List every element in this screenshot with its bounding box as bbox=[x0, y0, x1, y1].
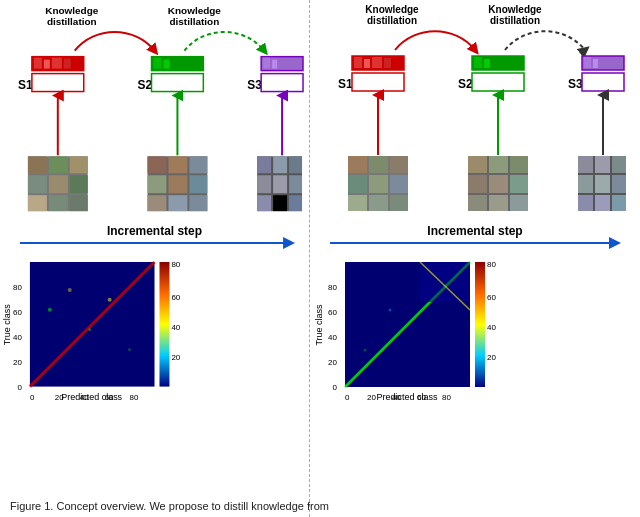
svg-rect-122 bbox=[510, 175, 528, 193]
svg-rect-53 bbox=[273, 195, 287, 211]
svg-rect-132 bbox=[612, 175, 626, 193]
left-panel: Knowledge distillation Knowledge distill… bbox=[0, 0, 310, 517]
svg-rect-98 bbox=[472, 73, 524, 91]
svg-text:Knowledge: Knowledge bbox=[488, 4, 542, 15]
svg-text:40: 40 bbox=[13, 333, 22, 342]
svg-rect-26 bbox=[28, 156, 47, 173]
svg-rect-48 bbox=[289, 156, 302, 173]
svg-line-141 bbox=[420, 262, 470, 310]
svg-rect-38 bbox=[189, 156, 207, 173]
svg-rect-37 bbox=[168, 156, 187, 173]
svg-text:True class: True class bbox=[2, 304, 12, 346]
svg-point-143 bbox=[389, 309, 392, 312]
svg-rect-14 bbox=[154, 58, 162, 69]
svg-rect-46 bbox=[257, 156, 271, 173]
svg-rect-86 bbox=[352, 56, 404, 70]
svg-rect-120 bbox=[468, 175, 487, 193]
svg-rect-119 bbox=[510, 156, 528, 173]
svg-rect-25 bbox=[28, 156, 88, 211]
svg-rect-156 bbox=[475, 262, 485, 387]
svg-text:S1: S1 bbox=[18, 78, 33, 92]
svg-rect-43 bbox=[168, 195, 187, 211]
svg-rect-140 bbox=[420, 262, 470, 302]
svg-rect-21 bbox=[263, 58, 270, 69]
svg-rect-52 bbox=[257, 195, 271, 211]
svg-rect-35 bbox=[148, 156, 208, 211]
svg-rect-118 bbox=[489, 156, 508, 173]
svg-rect-9 bbox=[64, 59, 71, 69]
svg-rect-106 bbox=[348, 156, 408, 211]
svg-rect-101 bbox=[582, 56, 624, 70]
svg-text:80: 80 bbox=[171, 260, 180, 269]
svg-text:60: 60 bbox=[417, 393, 426, 402]
svg-text:60: 60 bbox=[105, 393, 114, 402]
svg-rect-107 bbox=[348, 156, 367, 173]
svg-rect-108 bbox=[369, 156, 388, 173]
svg-text:distillation: distillation bbox=[367, 15, 417, 26]
svg-rect-135 bbox=[612, 195, 626, 211]
svg-text:60: 60 bbox=[487, 293, 496, 302]
svg-rect-124 bbox=[489, 195, 508, 211]
svg-rect-110 bbox=[348, 175, 367, 193]
svg-line-58 bbox=[30, 262, 155, 387]
svg-text:0: 0 bbox=[17, 383, 22, 392]
svg-text:60: 60 bbox=[13, 308, 22, 317]
svg-text:S2: S2 bbox=[138, 78, 153, 92]
svg-text:Knowledge: Knowledge bbox=[365, 4, 419, 15]
svg-rect-104 bbox=[582, 73, 624, 91]
svg-rect-28 bbox=[70, 156, 88, 173]
svg-rect-51 bbox=[289, 175, 302, 193]
svg-rect-27 bbox=[49, 156, 68, 173]
svg-rect-123 bbox=[468, 195, 487, 211]
svg-rect-40 bbox=[168, 175, 187, 193]
svg-rect-125 bbox=[510, 195, 528, 211]
svg-rect-90 bbox=[384, 58, 391, 68]
svg-text:20: 20 bbox=[487, 353, 496, 362]
svg-text:Predicted class: Predicted class bbox=[61, 392, 122, 402]
svg-rect-49 bbox=[257, 175, 271, 193]
svg-rect-13 bbox=[152, 57, 204, 71]
svg-rect-8 bbox=[52, 58, 62, 69]
right-diagram-svg: Knowledge distillation Knowledge distill… bbox=[310, 0, 640, 517]
svg-text:20: 20 bbox=[171, 353, 180, 362]
svg-rect-17 bbox=[152, 74, 204, 92]
svg-text:distillation: distillation bbox=[169, 16, 219, 27]
svg-rect-102 bbox=[584, 57, 591, 68]
svg-rect-103 bbox=[593, 59, 598, 68]
svg-text:Knowledge: Knowledge bbox=[45, 5, 99, 16]
main-container: Knowledge distillation Knowledge distill… bbox=[0, 0, 640, 517]
svg-rect-33 bbox=[49, 195, 68, 211]
svg-point-142 bbox=[364, 349, 367, 352]
svg-rect-114 bbox=[369, 195, 388, 211]
svg-rect-133 bbox=[578, 195, 593, 211]
svg-text:60: 60 bbox=[171, 293, 180, 302]
svg-rect-36 bbox=[148, 156, 167, 173]
svg-line-139 bbox=[345, 262, 470, 387]
svg-rect-128 bbox=[595, 156, 610, 173]
svg-text:Predicted class: Predicted class bbox=[376, 392, 438, 402]
svg-rect-112 bbox=[390, 175, 408, 193]
svg-point-63 bbox=[128, 348, 131, 351]
svg-rect-96 bbox=[484, 59, 490, 68]
svg-rect-97 bbox=[492, 57, 502, 68]
svg-rect-50 bbox=[273, 175, 287, 193]
svg-rect-129 bbox=[612, 156, 626, 173]
svg-rect-130 bbox=[578, 175, 593, 193]
svg-rect-109 bbox=[390, 156, 408, 173]
svg-rect-121 bbox=[489, 175, 508, 193]
svg-rect-94 bbox=[472, 56, 524, 70]
svg-rect-16 bbox=[171, 58, 181, 69]
svg-rect-20 bbox=[261, 57, 303, 71]
left-diagram-svg: Knowledge distillation Knowledge distill… bbox=[0, 0, 309, 517]
svg-rect-76 bbox=[159, 262, 169, 387]
svg-rect-31 bbox=[70, 175, 88, 193]
right-panel: Knowledge distillation Knowledge distill… bbox=[310, 0, 640, 517]
svg-text:40: 40 bbox=[487, 323, 496, 332]
svg-rect-88 bbox=[364, 59, 370, 68]
svg-rect-57 bbox=[30, 262, 155, 387]
svg-rect-29 bbox=[28, 175, 47, 193]
svg-text:40: 40 bbox=[328, 333, 337, 342]
svg-text:distillation: distillation bbox=[490, 15, 540, 26]
svg-rect-10 bbox=[32, 74, 84, 92]
svg-text:Incremental step: Incremental step bbox=[107, 224, 202, 238]
